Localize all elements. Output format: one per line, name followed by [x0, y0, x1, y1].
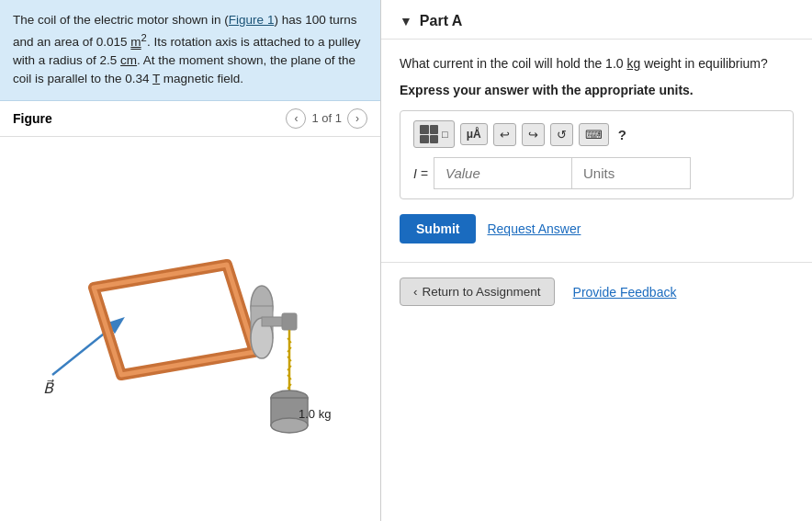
- figure-prev-button[interactable]: ‹: [286, 108, 306, 129]
- action-row: Submit Request Answer: [400, 214, 794, 244]
- figure-count: 1 of 1: [311, 111, 342, 125]
- input-label: I =: [413, 166, 428, 181]
- return-label: Return to Assignment: [423, 285, 541, 299]
- provide-feedback-button[interactable]: Provide Feedback: [573, 285, 677, 300]
- undo-button[interactable]: ↩: [493, 123, 516, 146]
- figure-header: Figure ‹ 1 of 1 ›: [0, 101, 380, 137]
- keyboard-button[interactable]: ⌨: [579, 123, 609, 146]
- svg-rect-9: [282, 313, 297, 330]
- units-label: μÅ: [467, 128, 481, 141]
- figure-navigation: ‹ 1 of 1 ›: [286, 108, 367, 129]
- svg-text:1.0 kg: 1.0 kg: [299, 407, 331, 421]
- refresh-icon: ↺: [557, 128, 567, 142]
- bottom-actions: ‹ Return to Assignment Provide Feedback: [381, 262, 812, 321]
- figure-title: Figure: [13, 111, 52, 126]
- return-arrow-icon: ‹: [413, 285, 418, 299]
- figure-link[interactable]: Figure 1: [229, 13, 275, 27]
- return-to-assignment-button[interactable]: ‹ Return to Assignment: [400, 277, 555, 306]
- request-answer-button[interactable]: Request Answer: [487, 221, 581, 236]
- question-instruction: Express your answer with the appropriate…: [400, 83, 794, 97]
- part-title: Part A: [420, 13, 463, 29]
- grid-icon: [420, 125, 438, 143]
- units-button[interactable]: μÅ: [460, 123, 488, 145]
- right-panel: ▼ Part A What current in the coil will h…: [381, 0, 812, 521]
- input-row: I =: [413, 157, 780, 189]
- problem-text-content: The coil of the electric motor shown in …: [13, 13, 361, 85]
- toolbar-subscript: □: [442, 129, 448, 140]
- part-header: ▼ Part A: [381, 0, 812, 40]
- help-button[interactable]: ?: [615, 127, 630, 142]
- left-panel: The coil of the electric motor shown in …: [0, 0, 381, 521]
- answer-box: □ μÅ ↩ ↪ ↺ ⌨ ? I =: [400, 110, 794, 199]
- refresh-button[interactable]: ↺: [550, 123, 573, 146]
- figure-next-button[interactable]: ›: [347, 108, 367, 129]
- redo-button[interactable]: ↪: [522, 123, 545, 146]
- undo-icon: ↩: [500, 128, 510, 142]
- submit-button[interactable]: Submit: [400, 214, 476, 244]
- redo-icon: ↪: [528, 128, 538, 142]
- figure-illustration: B⃗: [16, 214, 365, 444]
- question-text: What current in the coil will hold the 1…: [400, 54, 794, 74]
- part-collapse-icon[interactable]: ▼: [400, 14, 412, 28]
- units-input[interactable]: [571, 157, 691, 189]
- figure-area: B⃗: [0, 137, 380, 522]
- svg-text:B⃗: B⃗: [43, 379, 54, 396]
- keyboard-icon: ⌨: [585, 128, 603, 142]
- matrix-icon-button[interactable]: □: [413, 120, 455, 148]
- problem-description: The coil of the electric motor shown in …: [0, 0, 380, 101]
- question-area: What current in the coil will hold the 1…: [381, 40, 812, 258]
- toolbar: □ μÅ ↩ ↪ ↺ ⌨ ?: [413, 120, 780, 148]
- value-input[interactable]: [434, 157, 571, 189]
